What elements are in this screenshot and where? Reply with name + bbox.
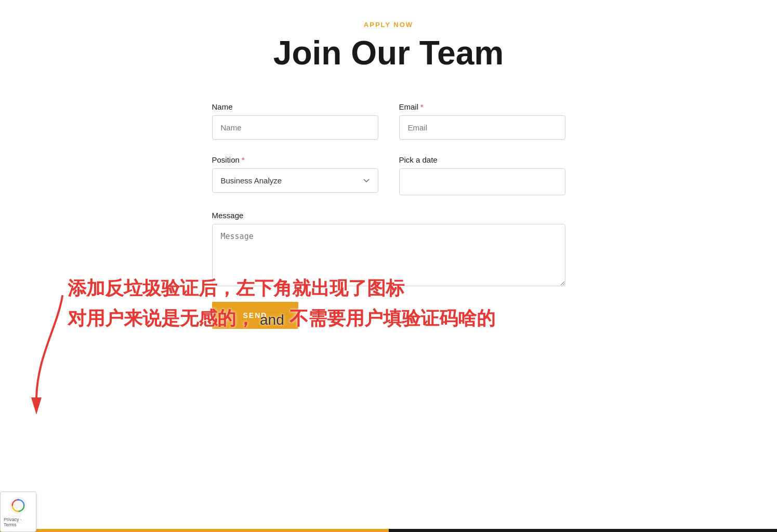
email-required-star: * <box>420 103 423 111</box>
position-select[interactable]: Business Analyze Software Engineer Produ… <box>212 168 378 193</box>
name-label: Name <box>212 102 378 111</box>
date-label: Pick a date <box>399 155 565 164</box>
form-row-1: Name Email * <box>212 102 565 140</box>
email-input[interactable] <box>399 115 565 140</box>
message-group: Message <box>212 211 565 286</box>
recaptcha-badge: Privacy · Terms <box>0 491 36 532</box>
arrow-container <box>16 286 78 423</box>
name-group: Name <box>212 102 378 140</box>
bottom-bar-orange <box>0 529 389 532</box>
form-row-3: Message <box>212 211 565 286</box>
page-title: Join Our Team <box>0 35 777 71</box>
recaptcha-logo-icon <box>9 496 28 515</box>
page-container: APPLY NOW Join Our Team Name Email * Pos… <box>0 0 777 532</box>
position-label: Position * <box>212 155 378 164</box>
message-label: Message <box>212 211 565 220</box>
form-section: Name Email * Position * Business Analyze <box>77 82 701 365</box>
bottom-bar-dark <box>389 529 778 532</box>
annotation-arrow <box>16 286 78 421</box>
recaptcha-privacy-terms: Privacy · Terms <box>4 517 33 527</box>
send-button-row: SEND <box>212 302 565 344</box>
apply-now-label: APPLY NOW <box>0 21 777 29</box>
svg-marker-0 <box>31 397 42 415</box>
date-group: Pick a date <box>399 155 565 195</box>
position-required-star: * <box>242 156 244 164</box>
email-group: Email * <box>399 102 565 140</box>
bottom-bar <box>0 529 777 532</box>
send-button[interactable]: SEND <box>212 302 299 329</box>
position-group: Position * Business Analyze Software Eng… <box>212 155 378 195</box>
message-textarea[interactable] <box>212 224 565 286</box>
date-input[interactable] <box>399 168 565 195</box>
name-input[interactable] <box>212 115 378 140</box>
header-section: APPLY NOW Join Our Team <box>0 0 777 82</box>
email-label: Email * <box>399 102 565 111</box>
form-row-2: Position * Business Analyze Software Eng… <box>212 155 565 195</box>
